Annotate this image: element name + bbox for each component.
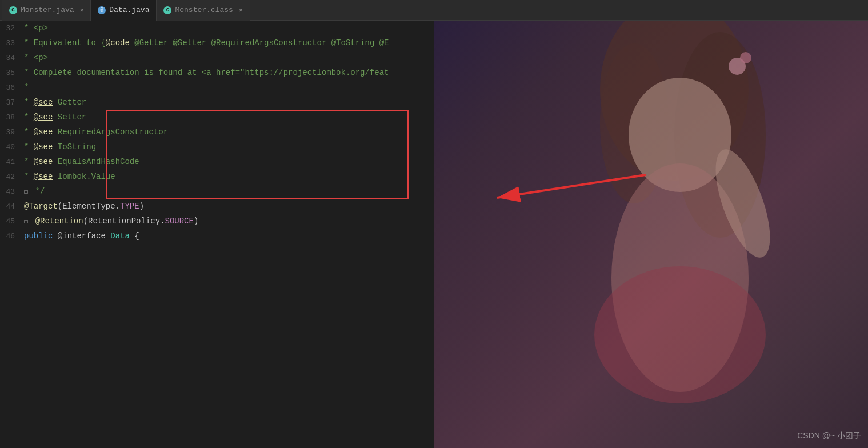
tab-data-java[interactable]: @ Data.java	[91, 0, 157, 21]
line-num-35: 35	[0, 66, 24, 81]
code-line-33: 33 * Equivalent to {@code @Getter @Sette…	[0, 35, 434, 50]
line-content-38: * @see Setter	[24, 110, 434, 125]
line-num-36: 36	[0, 81, 24, 95]
main-content: 32 * <p> 33 * Equivalent to {@code @Gett…	[0, 21, 868, 448]
code-line-34: 34 * <p>	[0, 50, 434, 65]
line-content-41: * @see EqualsAndHashCode	[24, 154, 434, 169]
line-num-33: 33	[0, 36, 24, 51]
code-line-42: 42 * @see lombok.Value	[0, 169, 434, 184]
tab-label-monster-java: Monster.java	[21, 6, 74, 14]
code-line-32: 32 * <p>	[0, 21, 434, 35]
line-num-44: 44	[0, 199, 24, 214]
tab-label-data-java: Data.java	[109, 6, 149, 14]
tab-label-monster-class: Monster.class	[175, 6, 233, 14]
line-num-42: 42	[0, 170, 24, 185]
svg-line-10	[497, 175, 646, 198]
code-editor[interactable]: 32 * <p> 33 * Equivalent to {@code @Gett…	[0, 21, 434, 448]
line-content-43: ◻ */	[24, 184, 434, 199]
line-content-32: * <p>	[24, 21, 434, 35]
tab-close-monster-java[interactable]: ✕	[80, 6, 84, 14]
line-content-45: ◻ @Retention(RetentionPolicy.SOURCE)	[24, 214, 434, 229]
tab-close-monster-class[interactable]: ✕	[239, 6, 243, 14]
tab-icon-c-2: C	[163, 6, 171, 14]
line-num-45: 45	[0, 214, 24, 229]
line-num-43: 43	[0, 185, 24, 199]
anime-figure	[434, 21, 868, 448]
code-line-38: 38 * @see Setter	[0, 110, 434, 125]
line-num-39: 39	[0, 125, 24, 140]
code-line-36: 36 *	[0, 80, 434, 95]
line-content-39: * @see RequiredArgsConstructor	[24, 125, 434, 139]
line-num-38: 38	[0, 110, 24, 125]
line-content-35: * Complete documentation is found at <a …	[24, 65, 434, 80]
tab-monster-class[interactable]: C Monster.class ✕	[157, 0, 250, 21]
line-num-34: 34	[0, 51, 24, 66]
code-line-43: 43 ◻ */	[0, 184, 434, 199]
line-num-46: 46	[0, 229, 24, 244]
tab-bar: C Monster.java ✕ @ Data.java C Monster.c…	[0, 0, 868, 21]
code-line-39: 39 * @see RequiredArgsConstructor	[0, 125, 434, 139]
code-line-37: 37 * @see Getter	[0, 95, 434, 110]
line-content-37: * @see Getter	[24, 95, 434, 110]
code-line-46: 46 public @interface Data {	[0, 229, 434, 243]
tab-icon-c-1: C	[9, 6, 17, 14]
code-line-44: 44 @Target(ElementType.TYPE)	[0, 199, 434, 214]
code-line-41: 41 * @see EqualsAndHashCode	[0, 154, 434, 169]
red-arrow	[463, 163, 657, 209]
line-content-34: * <p>	[24, 50, 434, 65]
line-num-32: 32	[0, 21, 24, 36]
watermark: CSDN @~ 小团子	[797, 431, 861, 441]
code-lines: 32 * <p> 33 * Equivalent to {@code @Gett…	[0, 21, 434, 243]
tab-icon-at: @	[98, 6, 106, 14]
svg-point-7	[740, 52, 751, 63]
line-content-33: * Equivalent to {@code @Getter @Setter @…	[24, 35, 434, 50]
code-line-35: 35 * Complete documentation is found at …	[0, 65, 434, 80]
line-num-40: 40	[0, 140, 24, 155]
tab-monster-java[interactable]: C Monster.java ✕	[2, 0, 91, 21]
bg-area: CSDN @~ 小团子	[434, 21, 868, 448]
code-line-40: 40 * @see ToString	[0, 139, 434, 154]
line-num-41: 41	[0, 155, 24, 170]
line-content-44: @Target(ElementType.TYPE)	[24, 199, 434, 214]
svg-point-8	[594, 266, 766, 403]
line-content-42: * @see lombok.Value	[24, 169, 434, 184]
line-content-46: public @interface Data {	[24, 229, 434, 243]
line-content-40: * @see ToString	[24, 139, 434, 154]
code-line-45: 45 ◻ @Retention(RetentionPolicy.SOURCE)	[0, 214, 434, 229]
line-num-37: 37	[0, 95, 24, 110]
line-content-36: *	[24, 80, 434, 95]
